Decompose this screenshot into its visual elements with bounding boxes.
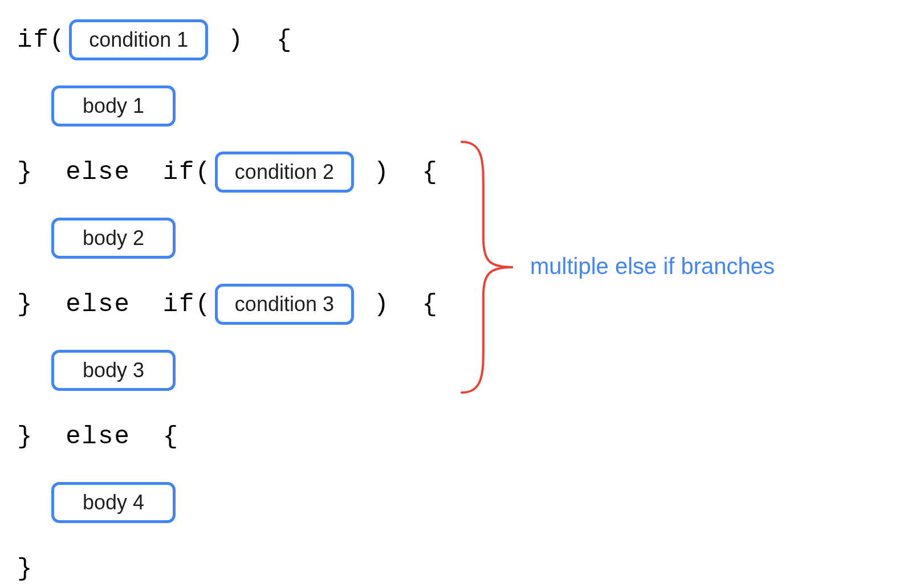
code-if: if( xyxy=(17,26,66,54)
line-if: if( condition 1 ) { xyxy=(17,19,292,60)
brace-icon xyxy=(456,139,519,395)
code-close-paren-brace-2: ) { xyxy=(357,158,438,186)
box-body-1: body 1 xyxy=(51,85,176,126)
code-else: } else { xyxy=(17,422,179,451)
box-body-2: body 2 xyxy=(51,218,176,259)
box-body-3: body 3 xyxy=(51,350,176,391)
box-body-4: body 4 xyxy=(51,482,176,523)
line-else-if-2: } else if( condition 3 ) { xyxy=(17,284,438,325)
annotation-label: multiple else if branches xyxy=(530,254,775,279)
box-condition-3: condition 3 xyxy=(215,284,354,325)
diagram-container: if( condition 1 ) { body 1 } else if( co… xyxy=(0,0,912,588)
line-close: } xyxy=(17,548,33,588)
line-body-1: body 1 xyxy=(48,85,179,126)
box-condition-2: condition 2 xyxy=(215,152,354,193)
code-else-if-1: } else if( xyxy=(17,158,211,186)
code-close-brace: } xyxy=(17,554,33,583)
box-condition-1: condition 1 xyxy=(69,19,208,60)
line-else: } else { xyxy=(17,416,179,457)
code-close-paren-brace-1: ) { xyxy=(211,26,292,54)
code-else-if-2: } else if( xyxy=(17,290,211,318)
line-body-2: body 2 xyxy=(48,218,179,259)
line-body-3: body 3 xyxy=(48,350,179,391)
code-close-paren-brace-3: ) { xyxy=(357,290,438,318)
line-body-4: body 4 xyxy=(48,482,179,523)
line-else-if-1: } else if( condition 2 ) { xyxy=(17,152,438,193)
